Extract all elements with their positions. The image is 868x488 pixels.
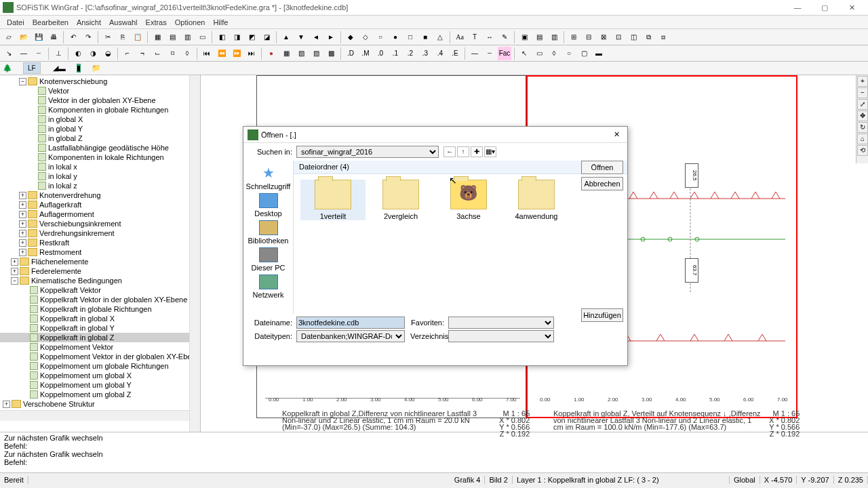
- folder-2vergleich[interactable]: 2vergleich: [368, 180, 433, 220]
- tb-c6-icon[interactable]: ■: [418, 30, 432, 44]
- tb-new-icon[interactable]: ▱: [2, 30, 16, 44]
- tb2-g2-icon[interactable]: ▧: [294, 47, 308, 60]
- nav-new-icon[interactable]: ✚: [471, 146, 483, 157]
- tb2-1[interactable]: .1: [389, 47, 402, 60]
- tree-item[interactable]: in global Z: [48, 134, 83, 142]
- expand-icon[interactable]: +: [19, 220, 26, 228]
- tb2-prev-icon[interactable]: ⏪: [215, 47, 229, 60]
- nav-view-icon[interactable]: ▦▾: [484, 146, 496, 157]
- tb2-p4-icon[interactable]: ⌑: [165, 47, 179, 60]
- tab-i1-icon[interactable]: ◢: [53, 64, 58, 73]
- tb-d2-icon[interactable]: ▤: [532, 30, 546, 44]
- file-area[interactable]: Dateiordner (4) ˄ 1verteilt 2vergleich 🐻…: [294, 161, 627, 314]
- tree-item[interactable]: Koppelmoment Vektor in der globalen XY-E…: [40, 352, 194, 361]
- tb2-g1-icon[interactable]: ▦: [279, 47, 293, 60]
- menu-optionen[interactable]: Optionen: [171, 18, 210, 26]
- tb2-s6-icon[interactable]: ▬: [592, 47, 606, 60]
- tb2-s2-icon[interactable]: ▭: [532, 47, 546, 60]
- favorites-select[interactable]: [448, 317, 554, 329]
- tree-panel[interactable]: −Knotenverschiebung Vektor Vektor in der…: [0, 75, 201, 432]
- tb2-p3-icon[interactable]: ⌙: [151, 47, 164, 60]
- dialog-title-bar[interactable]: Öffnen - [.] ✕: [243, 127, 627, 143]
- minimize-button[interactable]: —: [784, 0, 811, 15]
- tb-c7-icon[interactable]: △: [433, 30, 447, 44]
- expand-icon[interactable]: −: [11, 277, 18, 285]
- tree-item[interactable]: Koppelkraft in global Y: [40, 324, 115, 332]
- tb2-dash-icon[interactable]: ┄: [32, 47, 45, 60]
- tb-e5-icon[interactable]: ◫: [627, 30, 640, 44]
- expand-icon[interactable]: −: [19, 78, 26, 85]
- tree-item[interactable]: Verschobene Struktur: [23, 400, 95, 408]
- tree-item[interactable]: Verdrehungsinkrement: [39, 229, 115, 237]
- tb-note-icon[interactable]: ✎: [498, 30, 511, 44]
- expand-icon[interactable]: +: [3, 401, 10, 408]
- menu-bearbeiten[interactable]: Bearbeiten: [28, 18, 73, 26]
- tb-e2-icon[interactable]: ⊟: [582, 30, 595, 44]
- tree-item[interactable]: Knotenverschiebung: [39, 77, 107, 85]
- tree-item[interactable]: Koppelkraft in global X: [40, 314, 115, 323]
- tree-item[interactable]: Restmoment: [39, 248, 81, 256]
- menu-datei[interactable]: Datei: [3, 18, 28, 26]
- rt-fit-icon[interactable]: ⤢: [857, 99, 868, 110]
- tree-item[interactable]: in lokal y: [48, 172, 77, 180]
- tb-d3-icon[interactable]: ▥: [547, 30, 561, 44]
- close-button[interactable]: ✕: [838, 0, 865, 15]
- expand-icon[interactable]: +: [19, 239, 26, 247]
- tb2-fac-icon[interactable]: Fac: [498, 47, 511, 60]
- tb2-line-icon[interactable]: —: [17, 47, 31, 60]
- tree-item[interactable]: Koppelmoment um global Y: [40, 381, 132, 389]
- tb-e3-icon[interactable]: ⊠: [597, 30, 610, 44]
- tb2-d[interactable]: .D: [344, 47, 357, 60]
- tb-open-icon[interactable]: 📂: [17, 30, 31, 44]
- tree-item[interactable]: Kinematische Bedingungen: [31, 277, 122, 285]
- menu-extras[interactable]: Extras: [142, 18, 171, 26]
- tb-c3-icon[interactable]: ○: [374, 30, 387, 44]
- tb2-g4-icon[interactable]: ▩: [324, 47, 338, 60]
- tree-item[interactable]: Koppelmoment um globale Richtungen: [40, 362, 169, 370]
- tree-item[interactable]: Flächenelemente: [31, 258, 88, 266]
- cancel-button[interactable]: Abbrechen: [581, 177, 623, 190]
- tb-c2-icon[interactable]: ◇: [359, 30, 372, 44]
- place-desktop[interactable]: Desktop: [243, 193, 293, 218]
- tb2-s5-icon[interactable]: ▢: [577, 47, 591, 60]
- tb-a3-icon[interactable]: ◩: [245, 30, 258, 44]
- tb2-p5-icon[interactable]: ◊: [180, 47, 194, 60]
- tb-cut-icon[interactable]: ✂: [101, 30, 115, 44]
- tb-a4-icon[interactable]: ◪: [260, 30, 273, 44]
- tb-c1-icon[interactable]: ◆: [344, 30, 357, 44]
- tb2-p2-icon[interactable]: ¬: [136, 47, 149, 60]
- filetype-select[interactable]: Datenbanken;WINGRAF-Dokument;WI: [296, 330, 405, 342]
- tb-grid-icon[interactable]: ▦: [151, 30, 164, 44]
- tb-b1-icon[interactable]: ▲: [279, 30, 293, 44]
- folder-4anwendung[interactable]: 4anwendung: [504, 180, 569, 220]
- tb-a2-icon[interactable]: ◨: [230, 30, 243, 44]
- tb2-g3-icon[interactable]: ▨: [309, 47, 323, 60]
- rt-zoom-in-icon[interactable]: +: [857, 76, 868, 87]
- tree-scrollbar-h[interactable]: [0, 410, 200, 421]
- expand-icon[interactable]: +: [11, 268, 18, 275]
- tb-c5-icon[interactable]: □: [403, 30, 417, 44]
- folder-3achse[interactable]: 🐻3achse: [436, 180, 501, 220]
- tree-item[interactable]: in lokal x: [48, 163, 77, 171]
- tb2-s3-icon[interactable]: ◊: [547, 47, 561, 60]
- rt-zoom-out-icon[interactable]: −: [857, 87, 868, 98]
- tree-item[interactable]: in global X: [48, 115, 83, 123]
- tb2-m3-icon[interactable]: ◒: [101, 47, 115, 60]
- tb-text-icon[interactable]: T: [468, 30, 481, 44]
- tb-print-icon[interactable]: 🖶: [47, 30, 60, 44]
- tree-item[interactable]: in lokal z: [48, 182, 77, 190]
- expand-icon[interactable]: +: [19, 230, 26, 237]
- tree-item[interactable]: Vektor in der globalen XY-Ebene: [48, 96, 156, 104]
- tab-lf[interactable]: LF: [23, 62, 41, 74]
- tree-item[interactable]: Verschiebungsinkrement: [39, 220, 121, 228]
- filename-input[interactable]: [296, 317, 405, 329]
- tb-redo-icon[interactable]: ↷: [81, 30, 95, 44]
- open-button[interactable]: Öffnen: [581, 161, 623, 174]
- tb2-axis-icon[interactable]: ⊥: [52, 47, 65, 60]
- tb-paste-icon[interactable]: 📋: [131, 30, 144, 44]
- place-network[interactable]: Netzwerk: [243, 274, 293, 299]
- folder-1verteilt[interactable]: 1verteilt: [300, 180, 366, 220]
- tree-item[interactable]: Koppelmoment um global X: [40, 371, 132, 380]
- tb2-2[interactable]: .2: [403, 47, 417, 60]
- tb2-arrow-icon[interactable]: ↘: [2, 47, 16, 60]
